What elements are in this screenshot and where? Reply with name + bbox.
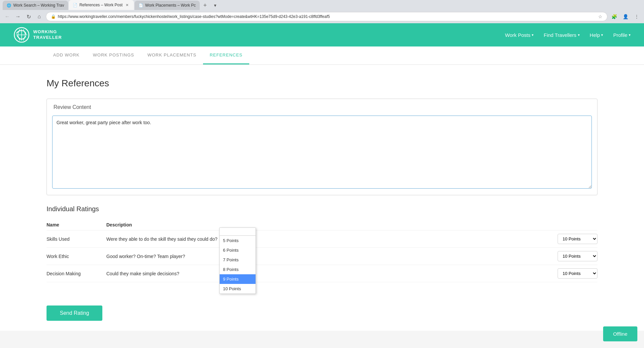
browser-chrome: 🌐 Work Search – Working Trav 📄 Reference…	[0, 0, 644, 23]
dropdown-item-7points[interactable]: 7 Points	[220, 255, 256, 265]
site-wrapper: WORKING TRAVELLER Work Posts ▾ Find Trav…	[0, 23, 644, 331]
review-card-body: Great worker, great party piece after wo…	[47, 116, 597, 195]
site-header: WORKING TRAVELLER Work Posts ▾ Find Trav…	[0, 23, 644, 46]
tab-list-button[interactable]: ▾	[210, 1, 220, 10]
new-tab-button[interactable]: +	[200, 1, 210, 10]
page-content: My References Review Content Great worke…	[0, 65, 644, 296]
lock-icon: 🔒	[51, 14, 56, 19]
ratings-section: Individual Ratings Name Description Skil…	[47, 205, 597, 282]
work-posts-chevron-icon: ▾	[532, 33, 534, 37]
nav-profile[interactable]: Profile ▾	[613, 32, 631, 38]
review-content-card: Review Content Great worker, great party…	[47, 99, 597, 195]
tab-work-placements[interactable]: 📄 Work Placements – Work Pc	[135, 1, 200, 10]
tab-close-button[interactable]: ✕	[125, 2, 130, 8]
tab-title-3: Work Placements – Work Pc	[145, 3, 196, 8]
row-decision-rating: 10 Points	[544, 265, 597, 282]
table-row: Decision Making Could they make simple d…	[47, 265, 597, 282]
address-bar[interactable]: 🔒 https://www.workingtraveller.com/membe…	[46, 12, 607, 21]
help-chevron-icon: ▾	[601, 33, 603, 37]
dropdown-list: 5 Points 6 Points 7 Points 8 Points 9 Po…	[220, 236, 256, 294]
row-decision-name: Decision Making	[47, 265, 106, 282]
dropdown-item-6points[interactable]: 6 Points	[220, 245, 256, 255]
sub-nav: ADD WORK WORK POSTINGS WORK PLACEMENTS R…	[0, 46, 644, 65]
dropdown-search-input[interactable]	[220, 228, 256, 236]
url-text: https://www.workingtraveller.com/members…	[58, 14, 596, 19]
profile-chevron-icon: ▾	[629, 33, 631, 37]
skills-rating-select[interactable]: 10 Points	[558, 234, 597, 244]
browser-actions: 🧩 👤 ⋮	[609, 12, 641, 21]
page-title: My References	[47, 78, 597, 89]
ratings-title: Individual Ratings	[47, 205, 597, 213]
table-row: Work Ethic Good worker? On-time? Team pl…	[47, 248, 597, 265]
back-button[interactable]: ←	[3, 12, 12, 21]
subnav-work-postings[interactable]: WORK POSTINGS	[86, 46, 141, 64]
row-work-ethic-description: Good worker? On-time? Team player?	[106, 248, 544, 265]
tab-favicon-2: 📄	[73, 3, 77, 7]
home-button[interactable]: ⌂	[35, 12, 44, 21]
bookmark-icon[interactable]: ☆	[598, 14, 602, 19]
table-row: Skills Used Were they able to do the ski…	[47, 230, 597, 248]
subnav-work-placements[interactable]: WORK PLACEMENTS	[141, 46, 203, 64]
row-work-ethic-name: Work Ethic	[47, 248, 106, 265]
nav-find-travellers[interactable]: Find Travellers ▾	[544, 32, 580, 38]
tab-favicon-3: 📄	[139, 3, 143, 8]
col-header-rating	[544, 219, 597, 230]
row-skills-name: Skills Used	[47, 230, 106, 248]
subnav-add-work[interactable]: ADD WORK	[47, 46, 86, 64]
dropdown-item-10points[interactable]: 10 Points	[220, 284, 256, 294]
nav-help[interactable]: Help ▾	[590, 32, 603, 38]
dropdown-item-5points[interactable]: 5 Points	[220, 236, 256, 245]
tab-favicon: 🌐	[7, 3, 11, 8]
site-nav: Work Posts ▾ Find Travellers ▾ Help ▾ Pr…	[505, 32, 631, 38]
subnav-references[interactable]: REFERENCES	[203, 46, 249, 64]
review-content-heading: Review Content	[47, 99, 597, 116]
row-work-ethic-rating: 10 Points	[544, 248, 597, 265]
tab-references[interactable]: 📄 References – Work Post ✕	[69, 0, 134, 10]
dropdown-item-8points[interactable]: 8 Points	[220, 265, 256, 274]
col-header-name: Name	[47, 219, 106, 230]
reload-button[interactable]: ↻	[24, 12, 33, 21]
logo-text: WORKING TRAVELLER	[33, 29, 62, 41]
row-skills-description: Were they able to do the skill they said…	[106, 230, 544, 248]
row-skills-rating: 10 Points	[544, 230, 597, 248]
extensions-button[interactable]: 🧩	[609, 12, 619, 21]
logo-icon	[13, 27, 30, 43]
col-header-description: Description	[106, 219, 544, 230]
rating-dropdown[interactable]: 5 Points 6 Points 7 Points 8 Points 9 Po…	[219, 227, 256, 294]
send-rating-button[interactable]: Send Rating	[47, 305, 102, 321]
offline-badge: Offline	[603, 326, 637, 331]
ratings-table: Name Description Skills Used Were they a…	[47, 219, 597, 282]
forward-button[interactable]: →	[13, 12, 23, 21]
decision-rating-select[interactable]: 10 Points	[558, 268, 597, 279]
browser-toolbar: ← → ↻ ⌂ 🔒 https://www.workingtraveller.c…	[0, 10, 644, 23]
dropdown-item-9points[interactable]: 9 Points	[220, 274, 256, 284]
row-decision-description: Could they make simple decisions?	[106, 265, 544, 282]
tab-work-search[interactable]: 🌐 Work Search – Working Trav	[3, 1, 68, 10]
menu-button[interactable]: ⋮	[632, 12, 641, 21]
browser-tabs: 🌐 Work Search – Working Trav 📄 Reference…	[0, 0, 644, 10]
tab-title-2: References – Work Post	[79, 3, 123, 7]
nav-work-posts[interactable]: Work Posts ▾	[505, 32, 534, 38]
tab-title: Work Search – Working Trav	[13, 3, 64, 8]
profile-button[interactable]: 👤	[621, 12, 630, 21]
logo: WORKING TRAVELLER	[13, 27, 62, 43]
work-ethic-rating-select[interactable]: 10 Points	[558, 251, 597, 261]
find-travellers-chevron-icon: ▾	[578, 33, 580, 37]
review-textarea[interactable]: Great worker, great party piece after wo…	[52, 116, 592, 189]
nav-buttons: ← → ↻ ⌂	[3, 12, 44, 21]
